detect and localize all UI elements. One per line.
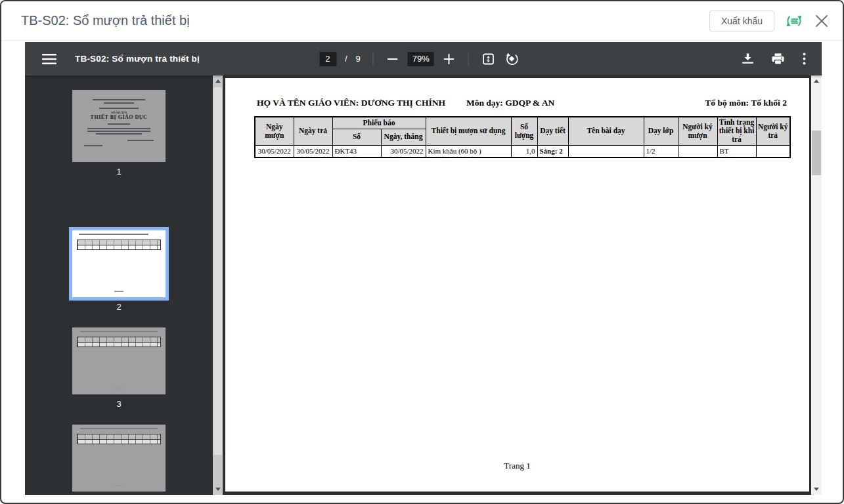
group-text: Tổ bộ môn: Tổ khối 2 [705,98,787,108]
page-separator: / [345,54,347,64]
subject-text: Môn dạy: GDQP & AN [466,98,554,108]
main-scrollbar-thumb[interactable] [812,131,821,175]
page-count: 9 [356,54,361,64]
thumbnail-sidebar: SỔ MƯỢN THIẾT BỊ GIÁO DỤC 1 2 [25,75,213,495]
kebab-menu-icon[interactable] [801,51,807,66]
cell-thiet-bi: Kim khâu (60 bộ ) [426,145,511,158]
export-button-label: Xuất khẩu [721,16,763,26]
col-header: Người ký trả [756,117,790,145]
pdf-page-2: HỌ VÀ TÊN GIÁO VIÊN: DƯƠNG THỊ CHÍNH Môn… [225,78,809,492]
col-header: Tình trạng thiết bị khi trả [717,117,756,145]
fit-to-page-icon[interactable] [481,52,496,66]
page-input[interactable]: 2 [319,52,336,66]
zoom-level-value[interactable]: 79% [408,52,434,66]
thumbnail-page-4[interactable]: 4 [72,425,166,495]
scroll-down-arrow-icon[interactable] [811,484,822,495]
thumbnail-image-3 [72,327,166,394]
table-row: 30/05/2022 30/05/2022 ĐKT43 30/05/2022 K… [255,145,790,158]
col-header: Ngày trả [294,117,332,145]
col-header: Số [332,129,381,145]
cell-ten-bai-day [568,145,644,158]
col-header: Thiết bị mượn sử dụng [426,117,511,145]
scroll-down-arrow-icon[interactable] [213,484,223,495]
cell-day-tiet: Sáng: 2 [537,145,568,158]
col-header: Số lượng [511,117,537,145]
toolbar-divider [468,52,469,66]
rotate-ccw-icon[interactable] [504,51,520,66]
hamburger-menu-icon[interactable] [41,52,58,66]
col-header: Dạy tiết [537,117,568,145]
col-header: Ngày mượn [255,117,294,145]
zoom-in-icon[interactable] [443,52,456,66]
thumbnail-image-2 [72,230,166,297]
toolbar-divider [373,52,374,66]
thumbnail-label: 1 [72,167,166,177]
col-header: Người ký mượn [678,117,717,145]
cell-ngay-muon: 30/05/2022 [255,145,294,158]
thumbnail-page-3[interactable]: 3 [72,327,166,409]
cell-nguoi-ky-tra [756,145,790,158]
col-header: Ngày, tháng [381,129,426,145]
download-icon[interactable] [741,52,755,66]
pdf-doc-title: TB-S02: Sổ mượn trả thiết bị [75,54,200,64]
cell-ngay-tra: 30/05/2022 [294,145,332,158]
page-footer-text: Trang 1 [225,461,809,471]
cell-so-phieu: ĐKT43 [332,145,381,158]
dialog-window: TB-S02: Sổ mượn trả thiết bị Xuất khẩu [0,0,844,504]
close-icon[interactable] [814,13,830,29]
main-scrollbar[interactable] [811,75,822,495]
cell-tinh-trang: BT [717,145,756,158]
sync-export-icon[interactable] [785,12,803,30]
cell-day-lop: 1/2 [644,145,678,158]
zoom-out-icon[interactable] [386,52,399,66]
scroll-up-arrow-icon[interactable] [811,75,822,87]
thumbnail-image-4 [72,425,166,492]
group-header: Phiếu báo [332,117,426,129]
dialog-title: TB-S02: Sổ mượn trả thiết bị [21,13,190,28]
cell-so-luong: 1,0 [511,145,537,158]
print-icon[interactable] [770,52,786,66]
sidebar-scrollbar[interactable] [213,75,223,495]
export-button[interactable]: Xuất khẩu [709,10,774,32]
pdf-viewer: TB-S02: Sổ mượn trả thiết bị 2 / 9 79% [25,42,822,495]
thumbnail-label: 3 [72,399,166,409]
cell-nguoi-ky-muon [678,145,717,158]
borrow-return-table: Ngày mượn Ngày trả Phiếu báo Thiết bị mư… [254,116,791,158]
col-header: Tên bài dạy [568,117,644,145]
teacher-name-text: HỌ VÀ TÊN GIÁO VIÊN: DƯƠNG THỊ CHÍNH [257,98,445,108]
col-header: Dạy lớp [644,117,678,145]
document-header: HỌ VÀ TÊN GIÁO VIÊN: DƯƠNG THỊ CHÍNH Môn… [257,98,787,108]
thumbnail-page-2[interactable]: 2 [72,230,166,312]
pdf-toolbar: TB-S02: Sổ mượn trả thiết bị 2 / 9 79% [25,42,822,75]
thumbnail-page-1[interactable]: SỔ MƯỢN THIẾT BỊ GIÁO DỤC 1 [72,90,166,177]
sidebar-scrollbar-thumb[interactable] [213,87,222,455]
thumbnail-label: 2 [72,302,166,312]
pdf-page-area: HỌ VÀ TÊN GIÁO VIÊN: DƯƠNG THỊ CHÍNH Môn… [223,75,811,495]
thumbnail-image-1: SỔ MƯỢN THIẾT BỊ GIÁO DỤC [72,90,166,162]
cell-ngay-thang: 30/05/2022 [381,145,426,158]
dialog-header: TB-S02: Sổ mượn trả thiết bị Xuất khẩu [1,1,843,41]
scroll-up-arrow-icon[interactable] [213,75,223,87]
